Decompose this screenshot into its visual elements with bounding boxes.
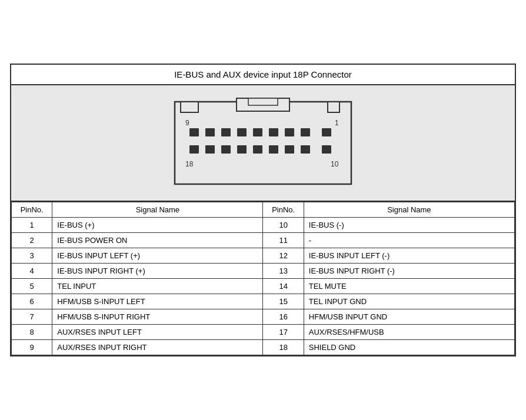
pin-num-right: 16 [263,309,304,325]
svg-rect-22 [285,145,294,154]
header-pin2: PinNo. [263,202,304,218]
pin-num-left: 7 [12,309,52,325]
pin-num-left: 5 [12,279,52,294]
pin-num-right: 15 [263,294,304,309]
signal-left: IE-BUS INPUT LEFT (+) [52,248,263,264]
svg-rect-14 [301,128,310,136]
signal-right: TEL INPUT GND [304,294,514,309]
table-row: 4 IE-BUS INPUT RIGHT (+) 13 IE-BUS INPUT… [12,264,515,279]
pin-num-right: 10 [263,218,304,233]
pin-num-right: 13 [263,264,304,279]
signal-left: HFM/USB S-INPUT LEFT [52,294,263,309]
svg-rect-24 [322,145,331,154]
pin-num-left: 4 [12,264,52,279]
svg-rect-16 [189,145,199,154]
pin-num-right: 14 [263,279,304,294]
signal-left: IE-BUS POWER ON [52,233,263,248]
svg-rect-17 [205,145,215,154]
svg-rect-2 [328,102,339,112]
svg-rect-1 [181,102,198,112]
table-row: 8 AUX/RSES INPUT LEFT 17 AUX/RSES/HFM/US… [12,325,515,340]
signal-right: TEL MUTE [304,279,514,294]
signal-right: - [304,233,514,248]
signal-right: HFM/USB INPUT GND [304,309,514,325]
signal-left: TEL INPUT [52,279,263,294]
pin-num-right: 12 [263,248,304,264]
header-signal2: Signal Name [304,202,514,218]
pin-num-right: 17 [263,325,304,340]
svg-rect-20 [253,145,262,154]
pin-num-left: 8 [12,325,52,340]
connector-svg: 9 1 18 10 [169,96,357,190]
svg-rect-19 [237,145,247,154]
header-signal1: Signal Name [52,202,263,218]
svg-rect-21 [269,145,278,154]
pin-num-right: 11 [263,233,304,248]
pin-num-right: 18 [263,340,304,355]
pin-num-left: 2 [12,233,52,248]
svg-rect-8 [205,128,215,136]
svg-rect-15 [322,128,331,136]
table-row: 3 IE-BUS INPUT LEFT (+) 12 IE-BUS INPUT … [12,248,515,264]
svg-text:10: 10 [331,160,339,168]
svg-rect-18 [221,145,231,154]
signal-left: AUX/RSES INPUT LEFT [52,325,263,340]
pin-table: PinNo. Signal Name PinNo. Signal Name 1 … [11,202,515,355]
signal-right: IE-BUS INPUT LEFT (-) [304,248,514,264]
svg-rect-7 [189,128,199,136]
svg-text:18: 18 [185,160,194,168]
pin-num-left: 9 [12,340,52,355]
svg-rect-23 [301,145,310,154]
signal-left: AUX/RSES INPUT RIGHT [52,340,263,355]
svg-rect-9 [221,128,231,136]
title-text: IE-BUS and AUX device input 18P Connecto… [174,69,352,79]
pin-num-left: 1 [12,218,52,233]
pin-num-left: 3 [12,248,52,264]
header-pin1: PinNo. [12,202,52,218]
signal-right: IE-BUS (-) [304,218,514,233]
signal-left: IE-BUS INPUT RIGHT (+) [52,264,263,279]
svg-rect-13 [285,128,294,136]
table-row: 6 HFM/USB S-INPUT LEFT 15 TEL INPUT GND [12,294,515,309]
svg-rect-12 [269,128,278,136]
svg-text:9: 9 [185,119,189,127]
table-row: 5 TEL INPUT 14 TEL MUTE [12,279,515,294]
signal-right: SHIELD GND [304,340,514,355]
main-container: IE-BUS and AUX device input 18P Connecto… [10,64,516,356]
table-row: 7 HFM/USB S-INPUT RIGHT 16 HFM/USB INPUT… [12,309,515,325]
table-row: 1 IE-BUS (+) 10 IE-BUS (-) [12,218,515,233]
svg-rect-4 [248,98,278,105]
svg-rect-10 [237,128,247,136]
signal-right: AUX/RSES/HFM/USB [304,325,514,340]
signal-left: IE-BUS (+) [52,218,263,233]
svg-text:1: 1 [335,119,339,127]
table-row: 2 IE-BUS POWER ON 11 - [12,233,515,248]
svg-rect-0 [175,102,351,184]
page-title: IE-BUS and AUX device input 18P Connecto… [11,65,515,85]
svg-rect-11 [253,128,262,136]
signal-right: IE-BUS INPUT RIGHT (-) [304,264,514,279]
pin-num-left: 6 [12,294,52,309]
table-header-row: PinNo. Signal Name PinNo. Signal Name [12,202,515,218]
table-row: 9 AUX/RSES INPUT RIGHT 18 SHIELD GND [12,340,515,355]
connector-diagram: 9 1 18 10 [11,85,515,202]
signal-left: HFM/USB S-INPUT RIGHT [52,309,263,325]
